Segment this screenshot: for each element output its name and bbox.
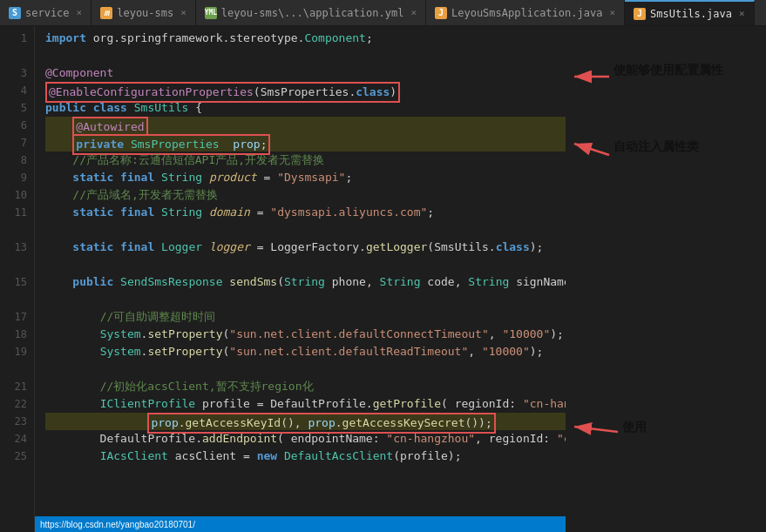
tab-application-yml-close[interactable]: × [410, 7, 417, 18]
code-line-blank1 [45, 47, 566, 64]
tab-leyousms-close[interactable]: × [609, 7, 615, 18]
tab-application-yml-label: leyou-sms\...\application.yml [221, 7, 404, 19]
code-line-19: System.setProperty("sun.net.client.defau… [45, 343, 566, 360]
code-line-7: private SmsProperties prop; [45, 134, 566, 152]
code-line-11: static final String domain = "dysmsapi.a… [45, 204, 566, 221]
code-line-blank4 [45, 291, 566, 308]
code-content[interactable]: import org.springframework.stereotype.Co… [35, 26, 566, 532]
code-line-13: static final Logger logger = LoggerFacto… [45, 239, 566, 256]
tab-application-yml[interactable]: YML leyou-sms\...\application.yml × [196, 0, 426, 26]
annotation-autowired: 自动注入属性类 [613, 139, 699, 155]
code-line-24: DefaultProfile.addEndpoint( endpointName… [45, 430, 566, 448]
code-line-23: prop.getAccessKeyId(), prop.getAccessKey… [45, 413, 566, 430]
tab-service[interactable]: S service × [0, 0, 92, 26]
smsutils-tab-icon: J [634, 8, 646, 20]
tab-bar: S service × m leyou-sms × YML leyou-sms\… [0, 0, 766, 26]
tab-leyou-sms-label: leyou-sms [117, 7, 173, 19]
code-line-10: //产品域名,开发者无需替换 [45, 186, 566, 204]
status-bar: https://blog.csdn.net/yangbao20180701/ [35, 516, 566, 532]
code-line-blank3 [45, 256, 566, 273]
leyou-sms-tab-icon: m [100, 7, 112, 19]
code-line-3: @Component [45, 64, 566, 82]
tab-smsutils[interactable]: J SmsUtils.java × [625, 0, 755, 26]
tab-service-close[interactable]: × [77, 7, 83, 18]
code-line-25: IAcsClient acsClient = new DefaultAcsCli… [45, 448, 566, 465]
editor-container: S service × m leyou-sms × YML leyou-sms\… [0, 0, 766, 532]
leyousms-tab-icon: J [435, 7, 447, 19]
tab-smsutils-label: SmsUtils.java [650, 8, 732, 20]
tab-leyousms-label: LeyouSmsApplication.java [451, 7, 602, 19]
code-line-5: public class SmsUtils { [45, 99, 566, 117]
tab-leyou-sms[interactable]: m leyou-sms × [92, 0, 196, 26]
tab-smsutils-close[interactable]: × [739, 8, 745, 19]
annotations-panel: 使能够使用配置属性 自动注入属性类 使用 [566, 26, 766, 532]
code-line-22: IClientProfile profile = DefaultProfile.… [45, 395, 566, 413]
code-line-6: @Autowired [45, 117, 566, 134]
code-line-blank5 [45, 360, 566, 378]
code-line-8: //产品名称:云通信短信API产品,开发者无需替换 [45, 152, 566, 169]
code-line-blank2 [45, 221, 566, 239]
code-line-17: //可自助调整超时时间 [45, 308, 566, 326]
code-line-18: System.setProperty("sun.net.client.defau… [45, 326, 566, 343]
code-line-9: static final String product = "Dysmsapi"… [45, 169, 566, 186]
annotation-enable-config: 使能够使用配置属性 [613, 63, 723, 78]
arrows-svg [566, 26, 766, 532]
tab-service-label: service [25, 7, 70, 19]
url-display: https://blog.csdn.net/yangbao20180701/ [40, 520, 195, 529]
tab-leyou-sms-close[interactable]: × [180, 7, 186, 18]
code-line-15: public SendSmsResponse sendSms(String ph… [45, 273, 566, 291]
tab-leyousms-application[interactable]: J LeyouSmsApplication.java × [426, 0, 625, 26]
code-line-1: import org.springframework.stereotype.Co… [45, 30, 566, 47]
svg-line-2 [574, 144, 609, 155]
line-numbers: 1 3 4 5 6 7 8 9 10 11 13 15 17 18 19 21 … [0, 26, 35, 532]
annotation-use: 使用 [622, 420, 647, 435]
code-line-21: //初始化acsClient,暂不支持region化 [45, 378, 566, 395]
svg-line-3 [574, 427, 618, 432]
code-line-4: @EnableConfigurationProperties(SmsProper… [45, 82, 566, 99]
service-tab-icon: S [9, 7, 21, 19]
application-yml-tab-icon: YML [205, 7, 217, 19]
